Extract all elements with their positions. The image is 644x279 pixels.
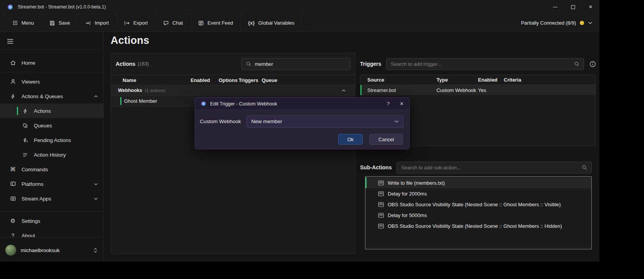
subaction-row[interactable]: OBS Studio Source Visibility State (Nest…: [365, 221, 591, 231]
window-controls: — ✕: [546, 0, 599, 14]
sidebar-item-actions-queues[interactable]: Actions & Queues: [0, 89, 103, 104]
chevron-down-icon: [394, 120, 399, 123]
close-button[interactable]: ✕: [582, 0, 599, 14]
action-name: Ghost Member: [124, 98, 157, 104]
ok-button-label: Ok: [347, 137, 354, 142]
close-icon[interactable]: ✕: [400, 101, 404, 106]
subaction-card-icon: [378, 191, 384, 196]
sidebar-divider: [0, 50, 103, 50]
triggers-search-input[interactable]: [391, 61, 571, 67]
menu-label: Menu: [22, 20, 34, 26]
action-group-webhooks[interactable]: Webhooks (1 actions): [111, 85, 355, 96]
chat-button[interactable]: Chat: [156, 14, 191, 32]
chevron-down-icon: [588, 22, 593, 24]
trigger-row[interactable]: Streamer.bot Custom Webhook Yes: [360, 85, 596, 95]
menu-button[interactable]: Menu: [5, 14, 42, 32]
sidebar-item-settings[interactable]: ⚙ Settings: [0, 214, 103, 228]
connection-status-text: Partially Connected (8/9): [521, 20, 576, 26]
chevron-up-down-icon: [93, 247, 98, 253]
bolt-icon: [10, 93, 16, 100]
sidebar-item-actions[interactable]: Actions: [0, 104, 103, 118]
column-header-queue: Queue: [262, 77, 355, 83]
edit-trigger-dialog: Edit Trigger - Custom Webhook ? ✕ Custom…: [195, 97, 410, 149]
export-button[interactable]: Export: [116, 14, 156, 32]
sidebar-item-viewers[interactable]: Viewers: [0, 74, 103, 89]
minimize-button[interactable]: —: [546, 0, 564, 14]
chevron-down-icon: [94, 197, 98, 200]
sidebar-item-home[interactable]: Home: [0, 55, 103, 70]
subaction-label: Delay for 5000ms: [388, 212, 427, 218]
subaction-row[interactable]: Delay for 5000ms: [365, 210, 591, 221]
trigger-source: Streamer.bot: [367, 87, 437, 93]
maximize-button[interactable]: [564, 0, 582, 14]
save-button[interactable]: Save: [42, 14, 78, 32]
sidebar-item-label: Actions & Queues: [22, 94, 63, 99]
webhook-select[interactable]: New member: [246, 115, 404, 128]
dialog-title: Edit Trigger - Custom Webhook: [210, 101, 277, 107]
global-variables-button[interactable]: {x} Global Variables: [241, 14, 302, 32]
import-button[interactable]: Import: [78, 14, 116, 32]
column-header-source: Source: [367, 77, 437, 83]
actions-count: (163): [138, 61, 149, 67]
sidebar-item-commands[interactable]: ⌘ Commands: [0, 162, 103, 177]
title-bar: Streamer.bot - Streamer.bot (v1.0.0-beta…: [0, 0, 599, 14]
grid-menu-icon: [12, 20, 18, 26]
ok-button[interactable]: Ok: [338, 134, 363, 145]
close-icon: ✕: [589, 4, 593, 10]
subaction-label: OBS Studio Source Visibility State (Nest…: [388, 202, 561, 207]
subactions-title: Sub-Actions: [360, 164, 392, 170]
chevron-down-icon: [94, 183, 98, 185]
sidebar-item-queues[interactable]: Queues: [0, 118, 103, 133]
subactions-header: Sub-Actions: [360, 161, 596, 174]
column-header-type: Type: [437, 77, 478, 83]
sidebar-item-label: Pending Actions: [34, 137, 71, 143]
chevron-up-icon: [342, 89, 346, 92]
user-account-button[interactable]: michaelbrooksuk: [0, 242, 104, 258]
search-icon: [582, 165, 587, 170]
column-header-name: Name: [123, 77, 191, 83]
import-icon: [85, 20, 91, 26]
subaction-card-icon: [378, 213, 384, 218]
sidebar-item-label: Action History: [34, 152, 66, 158]
info-icon[interactable]: [589, 61, 596, 67]
actions-panel-header: Actions (163): [111, 53, 355, 75]
dialog-titlebar-actions: ? ✕: [387, 101, 404, 106]
webhook-select-value: New member: [251, 119, 282, 124]
history-icon: [22, 152, 28, 158]
window-title: Streamer.bot - Streamer.bot (v1.0.0-beta…: [18, 4, 106, 10]
sidebar-item-action-history[interactable]: Action History: [0, 147, 103, 162]
actions-search-box: [241, 58, 350, 70]
subaction-label: Delay for 2000ms: [388, 191, 427, 197]
subaction-row[interactable]: Delay for 2000ms: [365, 188, 591, 199]
subaction-card-icon: [378, 224, 384, 229]
viewers-icon: [10, 79, 16, 85]
maximize-icon: [571, 5, 575, 9]
app-logo-icon: [7, 4, 13, 10]
export-label: Export: [133, 20, 148, 26]
cancel-button-label: Cancel: [378, 137, 394, 142]
connection-status[interactable]: Partially Connected (8/9): [521, 14, 599, 32]
event-feed-icon: [198, 20, 204, 26]
connection-status-dot: [580, 21, 584, 25]
subactions-search-box: [397, 162, 592, 174]
actions-search-input[interactable]: [255, 61, 346, 67]
platforms-icon: [10, 181, 16, 187]
help-icon[interactable]: ?: [387, 101, 390, 106]
cancel-button[interactable]: Cancel: [369, 134, 403, 145]
sidebar-item-stream-apps[interactable]: Stream Apps: [0, 191, 103, 206]
chat-icon: [163, 20, 169, 26]
bolt-icon: [22, 108, 28, 114]
subaction-row[interactable]: OBS Studio Source Visibility State (Nest…: [365, 199, 591, 210]
sidebar-collapse-button[interactable]: [0, 35, 103, 48]
sidebar-item-pending-actions[interactable]: Pending Actions: [0, 133, 103, 147]
subactions-search-input[interactable]: [401, 165, 578, 170]
save-label: Save: [59, 20, 70, 26]
sidebar-item-platforms[interactable]: Platforms: [0, 177, 103, 191]
sidebar-item-about[interactable]: ? About: [0, 228, 103, 243]
chat-label: Chat: [173, 20, 183, 26]
subaction-label: OBS Studio Source Visibility State (Nest…: [388, 223, 562, 229]
subaction-row[interactable]: Write to file (members.txt): [365, 177, 591, 188]
event-feed-button[interactable]: Event Feed: [191, 14, 241, 32]
dialog-title-bar: Edit Trigger - Custom Webhook ? ✕: [195, 98, 409, 110]
gear-icon: ⚙: [10, 218, 16, 224]
